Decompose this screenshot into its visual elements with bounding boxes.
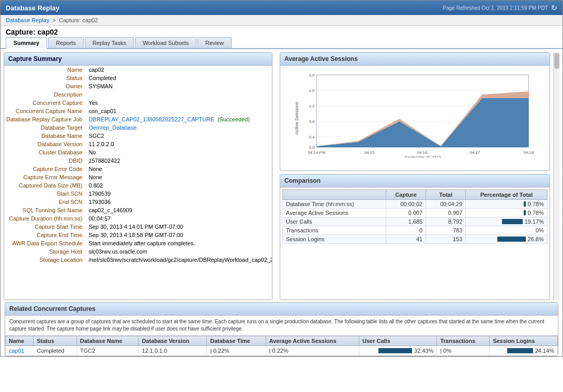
field-db-name: Database Name SGC2: [4, 132, 272, 140]
tab-review[interactable]: Review: [197, 37, 232, 48]
tab-workload-subsets[interactable]: Workload Subsets: [135, 37, 196, 48]
field-capture-end: Capture End Time Sep 30, 2013 4:18:58 PM…: [4, 231, 272, 239]
col-db-time: Database Time: [207, 336, 266, 346]
page-refresh-text: Page Refreshed Oct 1, 2013 2:11:59 PM PD…: [443, 5, 548, 11]
field-storage-location: Storage Location /net/slc03rwv/scratch/w…: [4, 256, 272, 264]
tab-replay-tasks[interactable]: Replay Tasks: [85, 37, 134, 48]
field-captured-data-size: Captured Data Size (MB) 0.802: [4, 181, 272, 190]
field-sql-tunning: SQL Tunning Set Name cap02_c_146909: [4, 206, 272, 214]
comparison-row-user-calls: User Calls 1,685 8,792 19.17%: [283, 217, 547, 226]
chart-svg: Active Sessions 0.0 0.4 0.8 1.2 1.: [284, 70, 545, 158]
col-capture: Capture: [386, 190, 426, 200]
tab-reports[interactable]: Reports: [48, 37, 84, 48]
col-db-name: Database Name: [77, 336, 139, 346]
comparison-row-avg-sessions: Average Active Sessions 0.007 0.907 0.78…: [283, 209, 547, 217]
svg-marker-14: [317, 98, 529, 147]
col-status: Status: [34, 336, 77, 346]
field-capture-start: Capture Start Time Sep 30, 2013 4:14:01 …: [4, 223, 272, 231]
field-owner: Owner SYSMAN: [4, 82, 272, 90]
breadcrumb: Database Replay > Capture: cap02: [1, 15, 562, 26]
field-cluster-db: Cluster Database No: [4, 148, 272, 156]
comparison-panel: Comparison Capture Total Percentage of T…: [280, 174, 550, 300]
field-concurrent-capture: Concurrent Capture Yes: [4, 99, 272, 107]
db-target-link[interactable]: Oemrep_Database: [88, 124, 136, 131]
right-panel: Average Active Sessions Active Sessions: [280, 52, 550, 300]
capture-summary-header: Capture Summary: [4, 53, 272, 66]
col-avg-sessions: Average Active Sessions: [266, 336, 359, 346]
related-concurrent-panel: Related Concurrent Captures Concurrent c…: [5, 302, 558, 356]
svg-text:04:16: 04:16: [417, 150, 428, 155]
field-dbid: DBID 1578802422: [4, 156, 272, 165]
field-awr-export: AWR Data Export Schedule Start immediate…: [4, 239, 272, 247]
svg-text:04:14 PM: 04:14 PM: [308, 150, 326, 155]
row-name-link[interactable]: cap01: [9, 348, 24, 354]
col-total: Total: [426, 190, 466, 200]
related-concurrent-section: Related Concurrent Captures Concurrent c…: [5, 302, 558, 356]
scrollbar[interactable]: [553, 52, 559, 300]
svg-text:September 30 2013: September 30 2013: [404, 155, 441, 158]
field-capture-error-msg: Capture Error Message None: [4, 173, 272, 181]
field-capture-error-code: Capture Error Code None: [4, 165, 272, 173]
comparison-row-session-logins: Session Logins 41 153 26.8%: [283, 235, 547, 244]
svg-text:04:17: 04:17: [469, 150, 480, 155]
col-transactions: Transactions: [437, 336, 490, 346]
breadcrumb-parent[interactable]: Database Replay: [6, 17, 49, 23]
active-sessions-chart-panel: Average Active Sessions Active Sessions: [280, 52, 550, 171]
table-row: cap01 Completed TGC2 12.1.0.1.0 | 0.22% …: [6, 346, 558, 356]
field-capture-duration: Capture Duration (hh:mm:ss) 00:04:57: [4, 214, 272, 223]
field-db-replay-capture-job: Database Replay Capture Job DBREPLAY_CAP…: [4, 115, 272, 123]
field-db-version: Database Version 11.2.0.2.0: [4, 140, 272, 148]
svg-text:0.4: 0.4: [309, 135, 315, 139]
svg-text:0.8: 0.8: [309, 119, 315, 124]
refresh-icon[interactable]: ↻: [551, 4, 557, 12]
related-concurrent-desc: Concurrent captures are a group of captu…: [5, 316, 558, 336]
chart-title: Average Active Sessions: [280, 53, 550, 66]
col-pct: Percentage of Total: [466, 190, 547, 200]
field-start-scn: Start SCN 1790539: [4, 190, 272, 198]
comparison-row-transactions: Transactions 0 783 0%: [283, 226, 547, 235]
capture-summary-panel: Capture Summary Name cap02 Status Comple…: [4, 52, 272, 300]
field-end-scn: End SCN 1793036: [4, 198, 272, 206]
comparison-row-dbtime: Database Time (hh:mm:ss) 00:00:02 00:04:…: [283, 200, 547, 209]
col-user-calls: User Calls: [359, 336, 436, 346]
page-header-title: Database Replay: [6, 4, 59, 12]
col-name: Name: [6, 336, 34, 346]
field-description: Description: [4, 90, 272, 99]
comparison-table: Capture Total Percentage of Total Databa…: [282, 190, 547, 244]
comparison-title: Comparison: [280, 175, 550, 187]
col-session-logins: Session Logins: [490, 336, 558, 346]
field-status: Status Completed: [4, 74, 272, 82]
svg-text:1.2: 1.2: [309, 104, 315, 108]
svg-text:2.0: 2.0: [309, 73, 315, 77]
field-db-target: Database Target Oemrep_Database: [4, 123, 272, 132]
related-concurrent-table: Name Status Database Name Database Versi…: [5, 336, 558, 356]
svg-text:04:15: 04:15: [364, 150, 375, 155]
col-db-version: Database Version: [139, 336, 207, 346]
svg-text:04:18: 04:18: [523, 150, 534, 155]
page-title: Capture: cap02: [1, 26, 562, 37]
capture-job-link[interactable]: DBREPLAY_CAP02_1380582825227_CAPTURE: [88, 116, 214, 122]
breadcrumb-current: Capture: cap02: [59, 17, 98, 23]
tab-summary[interactable]: Summary: [6, 37, 47, 49]
field-concurrent-capture-name: Concurrent Capture Name con_cap01: [4, 107, 272, 115]
chart-area: Active Sessions 0.0 0.4 0.8 1.2 1.: [280, 66, 550, 164]
capture-summary-table: Name cap02 Status Completed Owner SYSMAN…: [4, 66, 272, 264]
svg-text:0.0: 0.0: [309, 145, 315, 150]
related-concurrent-header: Related Concurrent Captures: [5, 303, 558, 316]
svg-text:1.6: 1.6: [309, 88, 315, 93]
tabs-bar: Summary Reports Replay Tasks Workload Su…: [1, 37, 562, 49]
svg-text:Active Sessions: Active Sessions: [294, 102, 299, 135]
col-metric: [283, 190, 386, 200]
field-storage-host: Storage Host slc03rwv.us.oracle.com: [4, 247, 272, 256]
field-name: Name cap02: [4, 66, 272, 74]
